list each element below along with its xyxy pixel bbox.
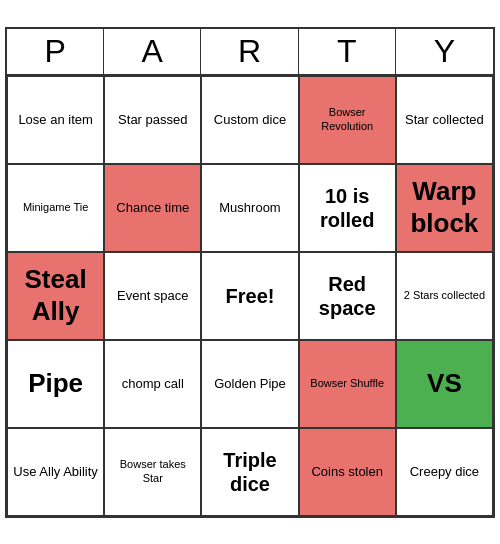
cell-17: Golden Pipe (201, 340, 298, 428)
header-letter-p: P (7, 29, 104, 74)
cell-5: Minigame Tie (7, 164, 104, 252)
cell-text-18: Bowser Shuffle (310, 377, 384, 390)
cell-19: VS (396, 340, 493, 428)
cell-22: Triple dice (201, 428, 298, 516)
cell-16: chomp call (104, 340, 201, 428)
bingo-grid: Lose an itemStar passedCustom diceBowser… (7, 76, 493, 516)
cell-text-19: VS (427, 368, 462, 399)
cell-text-9: Warp block (401, 176, 488, 238)
cell-text-24: Creepy dice (410, 464, 479, 480)
header-letter-y: Y (396, 29, 493, 74)
cell-20: Use Ally Ability (7, 428, 104, 516)
cell-6: Chance time (104, 164, 201, 252)
cell-0: Lose an item (7, 76, 104, 164)
cell-3: Bowser Revolution (299, 76, 396, 164)
bingo-header: PARTY (7, 29, 493, 76)
header-letter-t: T (299, 29, 396, 74)
cell-text-22: Triple dice (206, 448, 293, 496)
cell-text-8: 10 is rolled (304, 184, 391, 232)
cell-4: Star collected (396, 76, 493, 164)
cell-24: Creepy dice (396, 428, 493, 516)
cell-23: Coins stolen (299, 428, 396, 516)
cell-text-7: Mushroom (219, 200, 280, 216)
cell-8: 10 is rolled (299, 164, 396, 252)
cell-text-21: Bowser takes Star (109, 458, 196, 484)
cell-text-5: Minigame Tie (23, 201, 88, 214)
cell-text-3: Bowser Revolution (304, 106, 391, 132)
cell-12: Free! (201, 252, 298, 340)
header-letter-a: A (104, 29, 201, 74)
cell-9: Warp block (396, 164, 493, 252)
cell-text-15: Pipe (28, 368, 83, 399)
cell-14: 2 Stars collected (396, 252, 493, 340)
cell-text-11: Event space (117, 288, 189, 304)
cell-text-1: Star passed (118, 112, 187, 128)
cell-13: Red space (299, 252, 396, 340)
cell-1: Star passed (104, 76, 201, 164)
cell-text-6: Chance time (116, 200, 189, 216)
cell-10: Steal Ally (7, 252, 104, 340)
cell-text-13: Red space (304, 272, 391, 320)
cell-text-10: Steal Ally (12, 264, 99, 326)
cell-text-14: 2 Stars collected (404, 289, 485, 302)
cell-text-0: Lose an item (18, 112, 92, 128)
cell-11: Event space (104, 252, 201, 340)
cell-text-20: Use Ally Ability (13, 464, 98, 480)
cell-text-2: Custom dice (214, 112, 286, 128)
header-letter-r: R (201, 29, 298, 74)
cell-text-17: Golden Pipe (214, 376, 286, 392)
bingo-card: PARTY Lose an itemStar passedCustom dice… (5, 27, 495, 518)
cell-2: Custom dice (201, 76, 298, 164)
cell-text-12: Free! (226, 284, 275, 308)
cell-21: Bowser takes Star (104, 428, 201, 516)
cell-text-16: chomp call (122, 376, 184, 392)
cell-text-23: Coins stolen (311, 464, 383, 480)
cell-text-4: Star collected (405, 112, 484, 128)
cell-18: Bowser Shuffle (299, 340, 396, 428)
cell-7: Mushroom (201, 164, 298, 252)
cell-15: Pipe (7, 340, 104, 428)
